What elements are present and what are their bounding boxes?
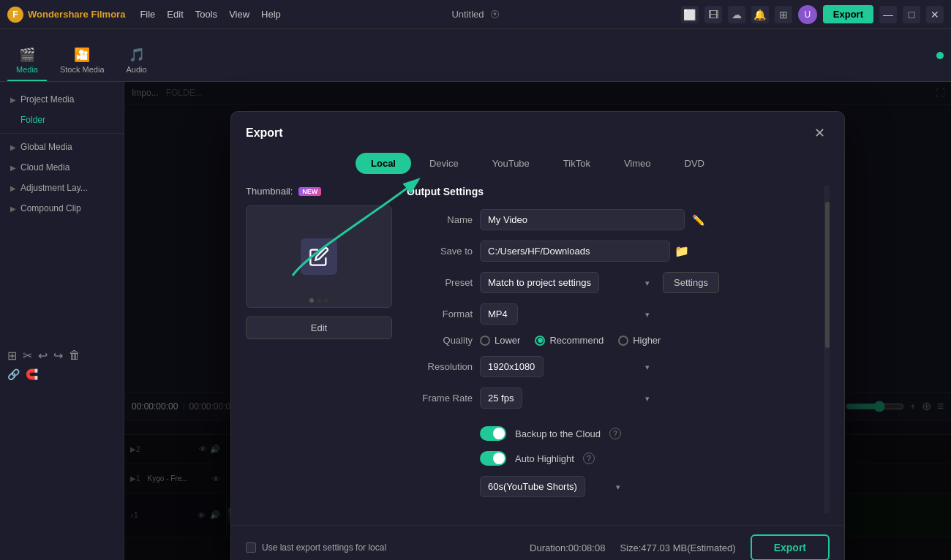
preset-label: Preset [407, 277, 473, 288]
quality-options: Lower Recommend Higher [480, 335, 661, 346]
name-input[interactable] [480, 209, 685, 230]
backup-label: Backup to the Cloud [515, 428, 601, 439]
backup-help-icon[interactable]: ? [609, 428, 621, 439]
scissors-tool-icon[interactable]: ✂ [23, 349, 32, 363]
tab-stock-media[interactable]: 🎦 Stock Media [51, 41, 113, 81]
maximize-button[interactable]: □ [903, 6, 920, 23]
project-title: Untitled [451, 9, 484, 20]
menu-file[interactable]: File [140, 9, 155, 20]
settings-button[interactable]: Settings [663, 272, 719, 293]
arrow-icon: ▶ [10, 96, 16, 104]
sidebar-item-adjustment[interactable]: ▶ Adjustment Lay... [0, 178, 124, 198]
tab-device[interactable]: Device [414, 153, 474, 174]
minimize-button[interactable]: — [879, 6, 897, 23]
format-select[interactable]: MP4 MOV AVI [480, 303, 518, 325]
film-icon[interactable]: 🎞 [704, 6, 722, 23]
sidebar-item-global-media[interactable]: ▶ Global Media [0, 137, 124, 157]
redo-tool-icon[interactable]: ↪ [53, 349, 63, 363]
sidebar-item-folder[interactable]: Folder [0, 110, 124, 130]
tab-youtube[interactable]: YouTube [477, 153, 545, 174]
highlight-type-select[interactable]: 60s(YouTube Shorts) 30s 90s [480, 476, 585, 497]
auto-highlight-help-icon[interactable]: ? [583, 453, 595, 464]
export-final-button[interactable]: Export [751, 534, 830, 560]
modal-overlay: Export ✕ Local Device YouTube TikTok [124, 82, 951, 560]
auto-highlight-toggle[interactable] [480, 451, 506, 466]
output-settings-title: Output Settings [407, 186, 830, 197]
form-row-quality: Quality Lower Recommend [407, 335, 830, 346]
frame-rate-select[interactable]: 25 fps 30 fps 60 fps [480, 387, 522, 409]
menu-view[interactable]: View [229, 9, 249, 20]
link-tool-icon[interactable]: 🔗 [7, 368, 20, 380]
tab-audio-label: Audio [127, 65, 147, 74]
trash-tool-icon[interactable]: 🗑 [69, 349, 80, 363]
form-row-preset: Preset Match to project settings Setting… [407, 272, 830, 293]
tab-dvd[interactable]: DVD [669, 153, 720, 174]
topbar-right: ⬜ 🎞 ☁ 🔔 ⊞ U Export — □ ✕ [681, 5, 944, 24]
magnet-tool-icon[interactable]: 🧲 [26, 368, 38, 380]
new-badge: NEW [298, 187, 321, 196]
browse-folder-icon[interactable]: 📁 [674, 244, 689, 258]
quality-recommend-option[interactable]: Recommend [535, 335, 604, 346]
menu-help[interactable]: Help [261, 9, 281, 20]
ai-edit-icon[interactable]: ✏️ [692, 214, 704, 226]
resolution-select[interactable]: 1920x1080 1280x720 3840x2160 [480, 356, 544, 377]
status-dot [936, 52, 944, 59]
save-to-input-group: 📁 [480, 241, 830, 262]
thumbnail-preview-icon [301, 238, 337, 275]
modal-footer: Use last export settings for local Durat… [231, 525, 844, 560]
user-avatar[interactable]: U [798, 5, 817, 24]
menu-edit[interactable]: Edit [167, 9, 183, 20]
tab-tiktok[interactable]: TikTok [548, 153, 606, 174]
quality-lower-option[interactable]: Lower [480, 335, 520, 346]
bell-icon[interactable]: 🔔 [751, 6, 769, 23]
sidebar-tools-row2: 🔗 🧲 [7, 368, 117, 380]
tab-local[interactable]: Local [356, 153, 411, 174]
quality-higher-option[interactable]: Higher [618, 335, 661, 346]
format-select-wrapper: MP4 MOV AVI [480, 303, 655, 325]
arrow-icon-3: ▶ [10, 164, 16, 172]
logo-icon: F [7, 7, 23, 23]
tab-audio[interactable]: 🎵 Audio [118, 41, 156, 81]
modal-scrollbar-thumb[interactable] [825, 202, 830, 348]
sidebar-item-project-media[interactable]: ▶ Project Media [0, 89, 124, 110]
tab-vimeo[interactable]: Vimeo [609, 153, 666, 174]
form-row-framerate: Frame Rate 25 fps 30 fps 60 fps [407, 387, 830, 409]
menu-tools[interactable]: Tools [195, 9, 217, 20]
audio-icon: 🎵 [129, 47, 145, 63]
backup-toggle[interactable] [480, 426, 506, 441]
grid-icon[interactable]: ⊞ [775, 6, 792, 23]
close-button[interactable]: ✕ [926, 6, 944, 23]
quality-lower-radio[interactable] [480, 336, 490, 346]
quality-recommend-radio[interactable] [535, 336, 545, 346]
highlight-select-row: 60s(YouTube Shorts) 30s 90s [407, 476, 830, 497]
monitor-icon[interactable]: ⬜ [681, 6, 699, 23]
quality-higher-radio[interactable] [618, 336, 628, 346]
tab-stock-media-label: Stock Media [60, 65, 105, 74]
sidebar-item-cloud-media[interactable]: ▶ Cloud Media [0, 157, 124, 178]
cloud-icon[interactable]: ☁ [728, 6, 745, 23]
modal-close-button[interactable]: ✕ [810, 124, 830, 143]
tab-local-label: Local [371, 158, 396, 169]
tab-media[interactable]: 🎬 Media [7, 41, 47, 81]
app-name: Wondershare Filmora [28, 9, 125, 20]
modal-header: Export ✕ [231, 112, 844, 143]
preset-select-wrapper: Match to project settings [480, 272, 655, 293]
grid-tool-icon[interactable]: ⊞ [7, 349, 17, 363]
dot-2 [317, 298, 321, 303]
quality-recommend-label: Recommend [549, 335, 604, 346]
edit-thumbnail-button[interactable]: Edit [246, 317, 392, 339]
export-top-button[interactable]: Export [823, 5, 873, 23]
preset-select[interactable]: Match to project settings [480, 272, 599, 293]
tab-media-label: Media [16, 65, 38, 74]
quality-higher-label: Higher [633, 335, 661, 346]
frame-rate-select-wrapper: 25 fps 30 fps 60 fps [480, 387, 655, 409]
format-label: Format [407, 309, 473, 319]
undo-tool-icon[interactable]: ↩ [38, 349, 48, 363]
resolution-label: Resolution [407, 361, 473, 372]
last-export-checkbox[interactable] [246, 542, 256, 553]
modal-left-panel: Thumbnail: NEW [246, 186, 392, 513]
sidebar-item-compound-clip[interactable]: ▶ Compound Clip [0, 198, 124, 219]
save-to-input[interactable] [480, 241, 670, 262]
tab-device-label: Device [429, 158, 459, 169]
modal-scrollbar[interactable] [824, 186, 830, 513]
